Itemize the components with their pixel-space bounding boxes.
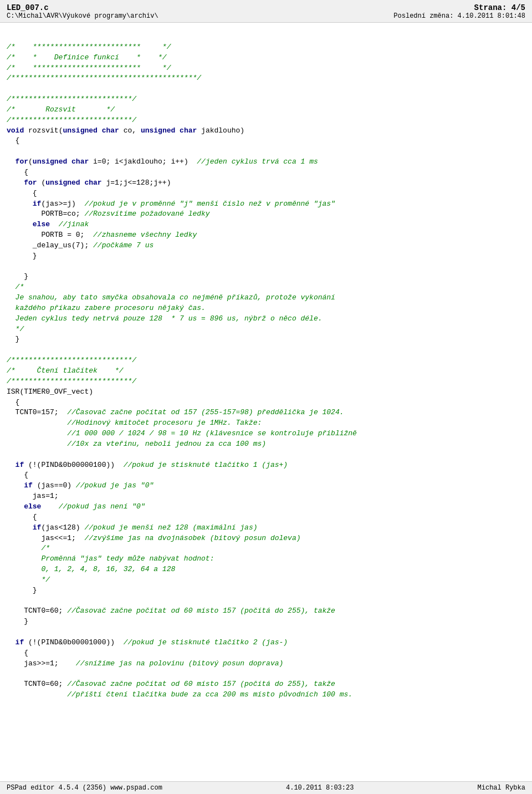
filename: LED_007.c [7,3,158,12]
footer-date: 4.10.2011 8:03:23 [286,784,354,792]
filepath: C:\Michal\AVR\Výukové programy\archiv\ [7,12,158,20]
footer-right: Michal Rybka [478,784,525,792]
editor-info: PSPad editor 4.5.4 (2356) www.pspad.com [7,784,162,792]
source-code: /* ************************* */ /* * Def… [7,32,525,711]
header-left: LED_007.c C:\Michal\AVR\Výukové programy… [7,3,158,20]
footer-author: Michal Rybka [478,784,525,792]
header-right: Strana: 4/5 Poslední změna: 4.10.2011 8:… [393,3,525,20]
footer-center: 4.10.2011 8:03:23 [286,784,354,792]
code-content: /* ************************* */ /* * Def… [0,23,532,733]
footer-left: PSPad editor 4.5.4 (2356) www.pspad.com [7,784,162,792]
page-footer: PSPad editor 4.5.4 (2356) www.pspad.com … [0,781,532,794]
page-number: Strana: 4/5 [474,3,525,12]
last-modified: Poslední změna: 4.10.2011 8:01:48 [393,12,525,20]
page-header: LED_007.c C:\Michal\AVR\Výukové programy… [0,0,532,23]
